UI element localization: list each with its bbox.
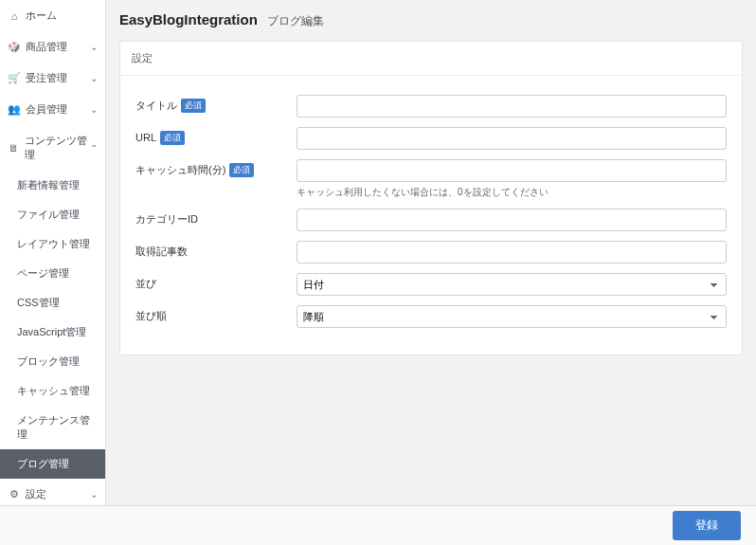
sidebar-item-label: 会員管理 bbox=[26, 102, 67, 117]
chevron-down-icon: ⌄ bbox=[90, 489, 98, 500]
url-input[interactable] bbox=[297, 127, 727, 150]
cube-icon: 🎲 bbox=[8, 41, 21, 53]
sidebar-item-orders[interactable]: 🛒 受注管理 ⌄ bbox=[0, 63, 105, 94]
orderdir-label: 並び順 bbox=[135, 305, 297, 323]
cache-help-text: キャッシュ利用したくない場合には、0を設定してください bbox=[297, 186, 727, 199]
chevron-up-icon: ⌃ bbox=[90, 143, 98, 154]
cache-label: キャッシュ時間(分)必須 bbox=[135, 159, 297, 177]
sidebar-item-label: ホーム bbox=[26, 9, 57, 23]
sidebar-item-label: コンテンツ管理 bbox=[25, 134, 90, 162]
chevron-down-icon: ⌄ bbox=[90, 42, 98, 52]
sidebar-sub-cache[interactable]: キャッシュ管理 bbox=[0, 376, 105, 406]
title-label: タイトル必須 bbox=[135, 95, 297, 113]
gear-icon: ⚙ bbox=[8, 488, 21, 500]
users-icon: 👥 bbox=[8, 103, 21, 116]
page-subtitle: ブログ編集 bbox=[267, 13, 324, 29]
cart-icon: 🛒 bbox=[8, 72, 21, 84]
panel-heading: 設定 bbox=[120, 42, 742, 76]
sidebar-item-label: 受注管理 bbox=[26, 71, 67, 85]
required-badge: 必須 bbox=[160, 131, 185, 145]
cache-input[interactable] bbox=[297, 159, 727, 182]
title-input[interactable] bbox=[297, 95, 727, 118]
sidebar-item-home[interactable]: ⌂ ホーム bbox=[0, 0, 105, 31]
sidebar-item-label: 商品管理 bbox=[26, 40, 67, 54]
sidebar-item-members[interactable]: 👥 会員管理 ⌄ bbox=[0, 94, 105, 125]
sidebar-sub-css[interactable]: CSS管理 bbox=[0, 288, 105, 318]
file-icon: 🗎 bbox=[8, 142, 20, 154]
order-select[interactable]: 日付 bbox=[297, 273, 727, 296]
page-title: EasyBlogIntegration bbox=[119, 11, 258, 27]
sidebar-sub-maintenance[interactable]: メンテナンス管理 bbox=[0, 406, 105, 449]
sidebar-sub-js[interactable]: JavaScript管理 bbox=[0, 318, 105, 347]
sidebar-sub-block[interactable]: ブロック管理 bbox=[0, 347, 105, 376]
category-label: カテゴリーID bbox=[135, 209, 297, 227]
sidebar-sub-layout[interactable]: レイアウト管理 bbox=[0, 229, 105, 259]
main-content: EasyBlogIntegration ブログ編集 設定 タイトル必須 URL必… bbox=[106, 0, 756, 545]
required-badge: 必須 bbox=[229, 163, 254, 177]
settings-panel: 設定 タイトル必須 URL必須 キャッシュ時間(分)必須 キャッシュ利用したくな… bbox=[119, 41, 743, 355]
sidebar-item-products[interactable]: 🎲 商品管理 ⌄ bbox=[0, 31, 105, 63]
home-icon: ⌂ bbox=[8, 10, 21, 22]
chevron-down-icon: ⌄ bbox=[90, 104, 98, 115]
category-input[interactable] bbox=[297, 209, 727, 231]
sidebar-sub-news[interactable]: 新着情報管理 bbox=[0, 171, 105, 200]
sidebar-item-content[interactable]: 🗎 コンテンツ管理 ⌃ bbox=[0, 125, 105, 171]
sidebar-sub-page[interactable]: ページ管理 bbox=[0, 259, 105, 288]
sidebar-item-label: 設定 bbox=[26, 487, 46, 501]
required-badge: 必須 bbox=[181, 99, 206, 113]
url-label: URL必須 bbox=[135, 127, 297, 145]
orderdir-select[interactable]: 降順 bbox=[297, 305, 727, 328]
count-input[interactable] bbox=[297, 241, 727, 263]
sidebar-sub-file[interactable]: ファイル管理 bbox=[0, 200, 105, 229]
page-header: EasyBlogIntegration ブログ編集 bbox=[106, 0, 756, 41]
sidebar-sub-blog[interactable]: ブログ管理 bbox=[0, 449, 105, 479]
count-label: 取得記事数 bbox=[135, 241, 297, 259]
submit-button[interactable]: 登録 bbox=[673, 511, 741, 540]
sidebar: ⌂ ホーム 🎲 商品管理 ⌄ 🛒 受注管理 ⌄ 👥 会員管理 ⌄ 🗎 コンテンツ… bbox=[0, 0, 106, 545]
order-label: 並び bbox=[135, 273, 297, 291]
chevron-down-icon: ⌄ bbox=[90, 73, 98, 83]
footer-bar: 登録 bbox=[0, 505, 756, 545]
